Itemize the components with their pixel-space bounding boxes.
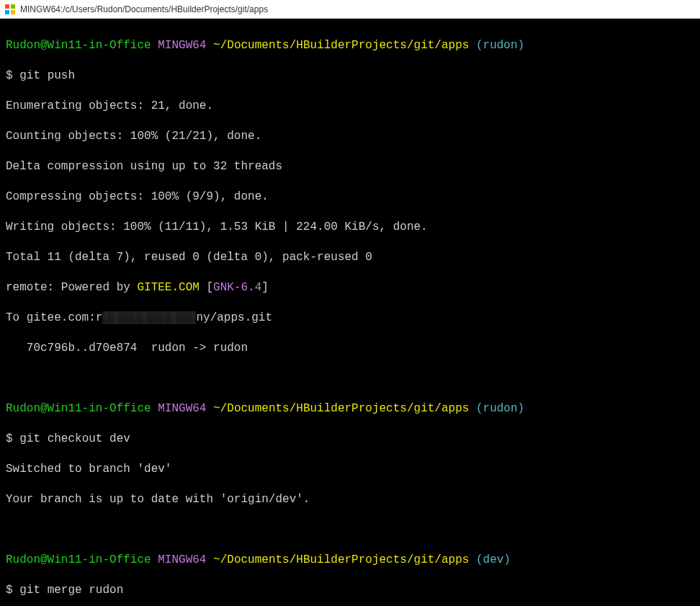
output-line: remote: Powered by GITEE.COM [GNK-6.4] bbox=[6, 280, 694, 295]
prompt-line: Rudon@Win11-in-Office MINGW64 ~/Document… bbox=[6, 401, 694, 416]
prompt-line: Rudon@Win11-in-Office MINGW64 ~/Document… bbox=[6, 38, 694, 53]
window-title: MINGW64:/c/Users/Rudon/Documents/HBuilde… bbox=[20, 4, 268, 14]
terminal[interactable]: Rudon@Win11-in-Office MINGW64 ~/Document… bbox=[0, 19, 700, 606]
redacted-text bbox=[102, 311, 196, 324]
output-line: Counting objects: 100% (21/21), done. bbox=[6, 129, 694, 144]
output-line: Total 11 (delta 7), reused 0 (delta 0), … bbox=[6, 250, 694, 265]
output-line: Compressing objects: 100% (9/9), done. bbox=[6, 190, 694, 205]
svg-rect-3 bbox=[11, 10, 15, 14]
command-line: $ git checkout dev bbox=[6, 432, 694, 447]
mingw-git-icon bbox=[4, 4, 16, 15]
output-line: Delta compression using up to 32 threads bbox=[6, 159, 694, 174]
output-line: 70c796b..d70e874 rudon -> rudon bbox=[6, 341, 694, 356]
output-line: Your branch is up to date with 'origin/d… bbox=[6, 492, 694, 507]
output-line: To gitee.com:rny/apps.git bbox=[6, 311, 694, 326]
command-line: $ git push bbox=[6, 68, 694, 84]
prompt-line: Rudon@Win11-in-Office MINGW64 ~/Document… bbox=[6, 553, 694, 568]
svg-rect-2 bbox=[5, 10, 9, 14]
output-line: Enumerating objects: 21, done. bbox=[6, 99, 694, 114]
command-line: $ git merge rudon bbox=[6, 583, 694, 598]
output-line: Switched to branch 'dev' bbox=[6, 462, 694, 477]
svg-rect-0 bbox=[5, 4, 9, 9]
titlebar[interactable]: MINGW64:/c/Users/Rudon/Documents/HBuilde… bbox=[0, 0, 700, 19]
svg-rect-1 bbox=[11, 4, 15, 9]
output-line: Writing objects: 100% (11/11), 1.53 KiB … bbox=[6, 220, 694, 235]
